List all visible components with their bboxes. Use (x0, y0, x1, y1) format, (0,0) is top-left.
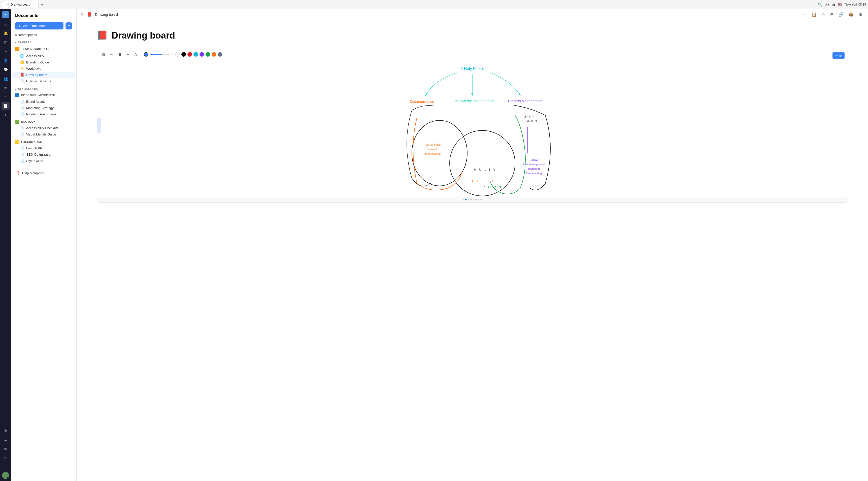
freshmarket-icon: 🟨 (15, 140, 20, 144)
color-cyan[interactable] (193, 52, 198, 57)
knowledge-oval (450, 130, 515, 196)
icon-rail: H ☰ 🔔 ◫ ≡ 👤 💬 👥 ⊕ ✓ 📄 ✦ ⚙ ☁ ⊞ ✏ ? (0, 9, 11, 481)
color-green[interactable] (206, 52, 210, 57)
chat-icon[interactable]: 💬 (1, 65, 9, 73)
hamburger-icon: ≡ (15, 33, 17, 37)
docs-text: D O C S (483, 185, 502, 189)
scroll-dot-7 (478, 199, 479, 200)
create-document-dropdown[interactable]: ▾ (65, 23, 72, 29)
sidebar-toggle-button[interactable]: ▣ (857, 11, 864, 18)
check-icon[interactable]: ✓ (1, 93, 9, 101)
document-icon[interactable]: 📄 (1, 102, 9, 110)
teamspaces-button[interactable]: ≡ Teamspaces (11, 31, 76, 38)
color-red[interactable] (187, 52, 192, 57)
sidebar-item-accessibility[interactable]: 🌐 Accessibility (12, 53, 75, 59)
teamspaces-section[interactable]: ▾TEAMSPACES (11, 85, 76, 92)
drawing-svg[interactable]: 3 Huly Pillars Communication (97, 60, 847, 196)
groups-icon[interactable]: ⊕ (1, 84, 9, 92)
sidebar-item-drawing-board[interactable]: 📕 Drawing board (12, 72, 75, 78)
tab-close-icon[interactable]: ✕ (33, 3, 35, 6)
font-size-icon[interactable]: Aa (825, 3, 829, 6)
menu-icon[interactable]: ☰ (1, 20, 9, 28)
sidebar-item-visual-identity-guide[interactable]: 📄 Visual Identity Guide (12, 131, 75, 137)
toolbar-separator-2 (173, 52, 173, 57)
team-docs-more-button[interactable]: ··· (67, 46, 72, 52)
close-button[interactable]: ✕ (81, 12, 84, 17)
sidebar-item-accessibility-checklist[interactable]: 📄 Accessibility Checklist (12, 125, 75, 131)
users-icon[interactable]: 👥 (1, 74, 9, 83)
link-button[interactable]: 🔗 (837, 11, 845, 18)
sidebar-item-huly-visual-cards[interactable]: 📄 Huly visual cards (12, 78, 75, 84)
color-black[interactable] (181, 52, 186, 57)
team-documents-group: 🟧 TEAM DOCUMENTS ··· 🌐 Accessibility 🟡 B… (11, 45, 76, 84)
drawing-canvas-container[interactable]: 🗑 ✏ ⬟ ✛ A ··· (97, 49, 848, 203)
sidebar: Documents + Create document ▾ ≡ Teamspac… (11, 9, 76, 481)
app-logo[interactable]: H (2, 11, 9, 18)
ecotech-header[interactable]: 🟩 ECOTECH (11, 118, 76, 125)
user-avatar[interactable] (2, 472, 9, 479)
sidebar-item-marketing-strategy[interactable]: 📄 Marketing Strategy (12, 105, 75, 111)
starred-section[interactable]: ▾STARRED (11, 38, 76, 45)
sidebar-item-seo-optimization[interactable]: 📄 SEO Optimization (12, 151, 75, 158)
test-mgmt-text: test management (523, 163, 545, 166)
clipboard-button[interactable]: 📋 (810, 11, 818, 18)
cloud-icon[interactable]: ☁ (1, 436, 9, 444)
document-content: 📕 Drawing board 🗑 ✏ ⬟ ✛ A (76, 20, 868, 481)
sidebar-item-workflows[interactable]: ⚡ Workflows (12, 65, 75, 72)
help-support-button[interactable]: ❓ Help & Support (16, 170, 71, 176)
color-orange[interactable] (212, 52, 216, 57)
star-button[interactable]: ☆ (820, 11, 827, 18)
arc-to-communication (426, 72, 457, 95)
bell-icon[interactable]: 🔔 (1, 29, 9, 37)
sidebar-item-branding-guide[interactable]: 🟡 Branding Guide (12, 59, 75, 65)
calendar-icon[interactable]: ◫ (1, 38, 9, 46)
sidebar-title: Documents (15, 13, 72, 18)
add-tab-button[interactable]: + (38, 1, 46, 8)
stroke-width-slider[interactable] (150, 54, 170, 55)
move-tool-button[interactable]: ✛ (125, 51, 131, 58)
management-text: management (425, 152, 441, 155)
search-icon[interactable]: 🔍 (818, 2, 822, 6)
cooltech-header[interactable]: 🟦 COOLTECH MICROSITE (11, 92, 76, 98)
location-time: New York 08:38 (845, 3, 866, 6)
archive-button[interactable]: 📦 (847, 11, 855, 18)
scroll-dot-4 (470, 199, 472, 200)
sidebar-item-brand-assets[interactable]: 📄 Brand Assets (12, 98, 75, 105)
edit-canvas-button[interactable]: ✏ le (833, 52, 844, 59)
color-purple[interactable] (199, 52, 204, 57)
color-blue[interactable] (144, 52, 148, 57)
team-documents-header[interactable]: 🟧 TEAM DOCUMENTS ··· (11, 45, 76, 53)
team-docs-icon: 🟧 (15, 47, 20, 51)
chart-icon[interactable]: ≡ (1, 47, 9, 55)
user-stories-label-1: USER (524, 115, 534, 119)
puzzle-icon[interactable]: ⊞ (1, 445, 9, 453)
marketing-icon: 📄 (20, 106, 24, 110)
sidebar-item-product-descriptions[interactable]: 📄 Product Descriptions (12, 111, 75, 117)
color-gray[interactable] (218, 52, 222, 57)
help-icon-small: ❓ (16, 171, 20, 175)
expand-button[interactable]: ⊞ (829, 11, 835, 18)
active-tab[interactable]: 📄 Drawing board ✕ (2, 1, 38, 8)
sidebar-item-style-guide[interactable]: 📄 Style Guide (12, 158, 75, 164)
star-icon[interactable]: ✦ (1, 111, 9, 119)
pen-icon[interactable]: ✏ (1, 454, 9, 462)
create-document-button[interactable]: + Create document (15, 22, 63, 29)
pen-tool-button[interactable]: ✏ (108, 51, 115, 58)
sidebar-item-launch-plan[interactable]: 📄 Launch Plan (12, 145, 75, 151)
main-content: ✕ 📕 Drawing board ··· 📋 ☆ ⊞ 🔗 📦 ▣ 📕 Draw… (76, 9, 868, 481)
fill-tool-button[interactable]: ⬟ (117, 51, 123, 58)
more-colors-button[interactable]: ··· (224, 51, 230, 58)
settings-icon[interactable]: ⚙ (1, 427, 9, 435)
freshmarket-header[interactable]: 🟨 FRESHMARKET (11, 138, 76, 145)
more-options-button[interactable]: ··· (802, 11, 808, 18)
theme-icon[interactable]: ◑ (832, 2, 835, 6)
person-icon[interactable]: 👤 (1, 56, 9, 64)
brand-assets-icon: 📄 (20, 100, 24, 103)
text-tool-button[interactable]: A (133, 51, 138, 58)
huly-cards-icon: 📄 (20, 79, 24, 83)
color-white[interactable] (175, 52, 180, 57)
help-icon[interactable]: ? (1, 463, 9, 471)
canvas-side-handle[interactable]: ··· (97, 118, 101, 133)
delete-tool-button[interactable]: 🗑 (100, 51, 107, 58)
arc-to-process (490, 72, 520, 95)
